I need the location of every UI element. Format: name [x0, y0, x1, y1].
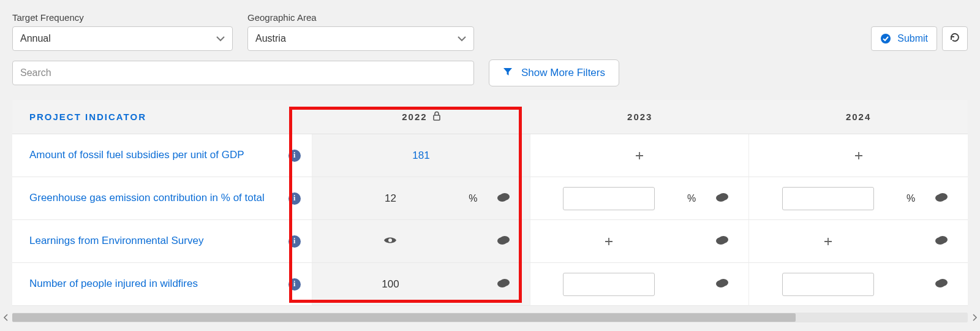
- svg-point-18: [716, 280, 726, 287]
- check-circle-icon: [880, 33, 891, 44]
- info-icon[interactable]: i: [288, 192, 301, 205]
- cell-value[interactable]: 181: [412, 150, 429, 162]
- indicator-link[interactable]: Greenhouse gas emission contribution in …: [29, 191, 265, 205]
- svg-rect-1: [434, 115, 440, 120]
- indicator-link[interactable]: Learnings from Environmental Survey: [29, 234, 203, 248]
- year-cell: [530, 134, 749, 177]
- svg-point-14: [935, 237, 945, 245]
- table-row: Amount of fossil fuel subsidies per unit…: [12, 134, 968, 177]
- table-row: Learnings from Environmental Surveyi: [12, 220, 968, 263]
- submit-label: Submit: [897, 33, 928, 44]
- comment-icon[interactable]: [497, 235, 510, 248]
- info-icon[interactable]: i: [288, 150, 301, 162]
- info-icon[interactable]: i: [288, 278, 301, 291]
- filter-icon: [503, 67, 513, 80]
- year-cell: [749, 263, 968, 306]
- geographic-area-label: Geographic Area: [247, 12, 474, 23]
- indicator-link[interactable]: Amount of fossil fuel subsidies per unit…: [29, 148, 244, 162]
- add-icon[interactable]: [852, 149, 865, 162]
- value-input[interactable]: [563, 187, 655, 210]
- chevron-down-icon: [458, 36, 466, 42]
- year-label: 2022: [402, 112, 427, 122]
- svg-point-10: [497, 237, 507, 245]
- show-more-filters-label: Show More Filters: [521, 67, 605, 79]
- svg-point-16: [497, 280, 507, 287]
- comment-icon[interactable]: [935, 278, 948, 291]
- value-input[interactable]: [782, 273, 874, 296]
- comment-icon[interactable]: [715, 278, 729, 291]
- target-frequency-label: Target Frequency: [12, 12, 233, 23]
- indicator-link[interactable]: Number of people injured in wildfires: [29, 277, 198, 291]
- cell-value: 100: [323, 278, 458, 291]
- geographic-area-value: Austria: [255, 33, 286, 44]
- comment-icon[interactable]: [935, 192, 948, 205]
- comment-icon[interactable]: [935, 235, 948, 248]
- search-input[interactable]: [12, 61, 474, 85]
- scroll-left-icon[interactable]: [0, 312, 11, 323]
- unit-label: %: [676, 193, 707, 204]
- geographic-area-select[interactable]: Austria: [247, 26, 474, 51]
- year-label: 2024: [846, 112, 871, 122]
- info-icon[interactable]: i: [288, 235, 301, 248]
- year-label: 2023: [627, 112, 652, 122]
- comment-icon[interactable]: [715, 192, 729, 205]
- scroll-thumb[interactable]: [12, 313, 796, 322]
- column-header-indicator[interactable]: PROJECT INDICATOR: [12, 100, 312, 134]
- horizontal-scrollbar[interactable]: [0, 312, 980, 323]
- year-cell: [749, 134, 968, 177]
- comment-icon[interactable]: [497, 192, 510, 205]
- year-cell: 181: [312, 134, 531, 177]
- value-input[interactable]: [563, 273, 655, 296]
- year-cell: [530, 263, 749, 306]
- indicator-table: PROJECT INDICATOR 2022 2023: [12, 100, 968, 306]
- comment-icon[interactable]: [497, 278, 510, 291]
- column-header-indicator-label: PROJECT INDICATOR: [29, 112, 146, 122]
- column-header-year-2023[interactable]: 2023: [530, 100, 749, 134]
- year-cell: 100: [312, 263, 531, 306]
- svg-point-0: [881, 34, 891, 44]
- refresh-button[interactable]: [942, 26, 968, 51]
- svg-point-5: [716, 194, 726, 202]
- add-icon[interactable]: [821, 235, 835, 248]
- target-frequency-select[interactable]: Annual: [12, 26, 233, 51]
- svg-point-12: [716, 237, 726, 245]
- value-input[interactable]: [782, 187, 874, 210]
- unit-label: %: [458, 193, 488, 204]
- table-row: Greenhouse gas emission contribution in …: [12, 177, 968, 220]
- year-cell: 12%: [312, 177, 531, 220]
- svg-point-7: [935, 194, 945, 202]
- show-more-filters-button[interactable]: Show More Filters: [489, 59, 619, 86]
- svg-point-20: [935, 280, 945, 287]
- chevron-down-icon: [216, 36, 225, 42]
- scroll-track[interactable]: [12, 313, 968, 322]
- add-icon[interactable]: [633, 149, 646, 162]
- comment-icon[interactable]: [715, 235, 729, 248]
- target-frequency-value: Annual: [20, 33, 51, 44]
- submit-button[interactable]: Submit: [871, 26, 937, 51]
- lock-icon: [432, 111, 441, 123]
- cell-value: 12: [323, 192, 458, 205]
- svg-point-3: [497, 194, 507, 202]
- year-cell: %: [530, 177, 749, 220]
- year-cell: [530, 220, 749, 263]
- year-cell: [312, 220, 531, 263]
- refresh-icon: [949, 32, 960, 45]
- eye-icon[interactable]: [383, 235, 397, 248]
- svg-point-8: [388, 238, 392, 242]
- unit-label: %: [895, 193, 926, 204]
- column-header-year-2022[interactable]: 2022: [312, 100, 531, 134]
- table-row: Number of people injured in wildfiresi10…: [12, 263, 968, 306]
- add-icon[interactable]: [602, 235, 616, 248]
- column-header-year-2024[interactable]: 2024: [749, 100, 968, 134]
- year-cell: %: [749, 177, 968, 220]
- scroll-right-icon[interactable]: [969, 312, 980, 323]
- year-cell: [749, 220, 968, 263]
